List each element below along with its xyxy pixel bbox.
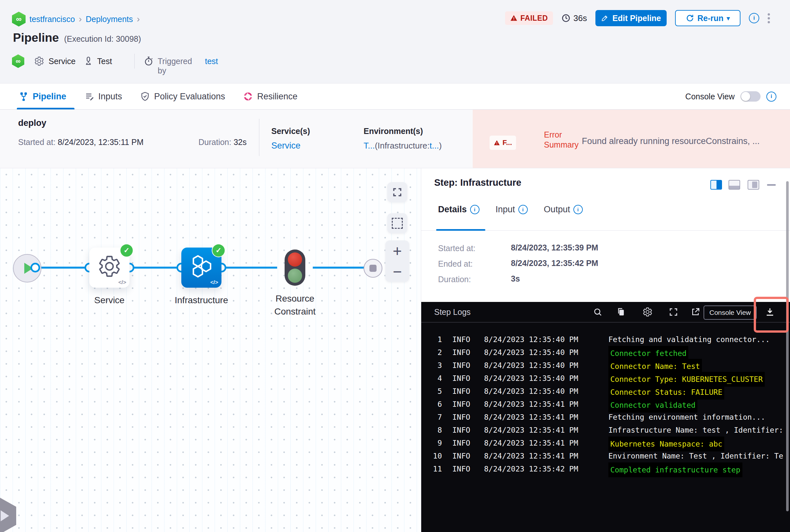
resilience-chaos-icon <box>243 92 253 101</box>
clock-icon <box>562 14 570 23</box>
info-icon[interactable] <box>749 13 759 23</box>
info-icon[interactable] <box>766 92 776 101</box>
caret-down-icon: ▾ <box>727 15 730 22</box>
annotation-highlight-box <box>754 297 789 332</box>
service-link[interactable]: Service <box>271 141 300 151</box>
inputs-icon <box>85 92 94 101</box>
edge-line <box>313 267 371 269</box>
detail-duration-label: Duration: <box>438 275 471 284</box>
log-line: 8INFO8/24/2023 12:35:41 PMInfrastructure… <box>421 423 790 437</box>
log-console-view-button[interactable]: Console View <box>703 305 757 320</box>
canvas-fullscreen-button[interactable] <box>387 182 407 202</box>
layout-vertical-split-button[interactable] <box>710 180 722 190</box>
log-lines: 1INFO8/24/2023 12:35:40 PMFetching and v… <box>421 333 790 475</box>
log-line: 6INFO8/24/2023 12:35:41 PMConnector vali… <box>421 398 790 411</box>
toolbar-divider <box>421 322 790 323</box>
node-infrastructure[interactable]: ✓ </> <box>181 248 221 288</box>
log-line: 3INFO8/24/2023 12:35:40 PMConnector Name… <box>421 359 790 372</box>
log-settings-button[interactable] <box>642 306 653 318</box>
pipeline-end-node[interactable] <box>364 259 382 278</box>
tab-resilience[interactable]: Resilience <box>243 83 297 109</box>
pipeline-icon <box>19 92 29 101</box>
node-label-service: Service <box>84 294 135 307</box>
node-label-resource-constraint: Resource Constraint <box>262 292 327 318</box>
layout-bottom-split-button[interactable] <box>729 180 740 190</box>
breadcrumb: ∞ testfrancisco › Deployments › <box>12 12 140 26</box>
execution-meta-row: ∞ Service Test Triggered by test <box>12 54 24 69</box>
breadcrumb-deployments[interactable]: Deployments <box>86 15 133 24</box>
warning-triangle-icon <box>494 140 500 146</box>
info-icon[interactable] <box>518 205 528 214</box>
log-line: 5INFO8/24/2023 12:35:40 PMConnector Stat… <box>421 385 790 398</box>
zoom-in-button[interactable]: + <box>385 241 409 261</box>
refresh-icon <box>686 14 694 22</box>
gear-icon <box>642 307 653 317</box>
step-details-panel: Step: Infrastructure Details Input Outpu… <box>421 168 790 532</box>
detail-started-value: 8/24/2023, 12:35:39 PM <box>511 243 598 252</box>
chevron-right-icon <box>1 510 9 521</box>
node-service[interactable]: ✓ </> <box>89 248 129 288</box>
step-tab-details[interactable]: Details <box>438 205 479 214</box>
triggered-by-user-link[interactable]: test <box>205 57 218 66</box>
log-line: 11INFO8/24/2023 12:35:42 PMCompleted inf… <box>421 462 790 475</box>
execution-id: (Execution Id: 30098) <box>64 34 141 44</box>
service-gear-icon <box>97 254 122 279</box>
tab-pipeline[interactable]: Pipeline <box>19 83 67 109</box>
edge-line <box>221 267 277 269</box>
service-name: Service <box>49 57 75 66</box>
log-line: 2INFO8/24/2023 12:35:40 PMConnector fetc… <box>421 346 790 359</box>
external-link-icon <box>691 307 700 317</box>
node-resource-constraint[interactable] <box>284 249 305 286</box>
expand-panel-handle[interactable] <box>0 498 16 532</box>
log-copy-button[interactable] <box>616 306 626 318</box>
code-tag-icon: </> <box>210 279 218 286</box>
log-open-external-button[interactable] <box>690 306 701 318</box>
step-logs-title: Step Logs <box>434 302 471 322</box>
minimize-panel-button[interactable] <box>767 184 776 186</box>
page-title: Pipeline <box>13 31 59 45</box>
active-tab-underline <box>17 108 74 109</box>
layout-floating-panel-button[interactable] <box>748 180 759 190</box>
more-options-menu[interactable] <box>768 12 770 25</box>
traffic-light-green <box>288 269 302 283</box>
step-tab-output[interactable]: Output <box>544 205 583 214</box>
triggered-by-label: Triggered by <box>158 57 192 75</box>
tab-inputs[interactable]: Inputs <box>85 83 122 109</box>
chevron-right-icon: › <box>79 14 81 24</box>
harness-cd-icon: ∞ <box>12 54 24 68</box>
pipeline-canvas[interactable]: ✓ </> ✓ </> Service Infrastructure Resou… <box>0 168 421 532</box>
step-panel-title: Step: Infrastructure <box>434 177 521 188</box>
fullscreen-icon <box>392 187 402 197</box>
environments-column-header: Environment(s) <box>364 127 423 136</box>
log-line: 7INFO8/24/2023 12:35:41 PMFetching envir… <box>421 411 790 423</box>
tab-policy-evaluations[interactable]: Policy Evaluations <box>140 83 225 109</box>
active-tab-underline <box>436 229 485 231</box>
stage-summary-bar: deploy Started at: 8/24/2023, 12:35:11 P… <box>0 110 790 168</box>
console-view-toggle[interactable] <box>740 91 760 101</box>
detail-duration-value: 3s <box>511 274 520 284</box>
log-line: 1INFO8/24/2023 12:35:40 PMFetching and v… <box>421 333 790 346</box>
log-search-button[interactable] <box>592 306 603 318</box>
zoom-out-button[interactable]: − <box>385 261 409 282</box>
step-tab-input[interactable]: Input <box>496 205 528 214</box>
rerun-button[interactable]: Re-run ▾ <box>675 10 740 26</box>
log-line: 9INFO8/24/2023 12:35:41 PMKubernetes Nam… <box>421 437 790 450</box>
stop-icon <box>369 265 376 272</box>
chevron-right-icon: › <box>137 14 140 24</box>
environment-value[interactable]: T...(Infrastructure:t...) <box>364 141 442 151</box>
panel-scrollbar[interactable] <box>786 181 789 511</box>
stage-started-label: Started at: <box>18 137 55 147</box>
fullscreen-icon <box>668 307 678 317</box>
total-duration: 36s <box>562 13 587 23</box>
info-icon[interactable] <box>470 205 479 214</box>
edit-pipeline-button[interactable]: Edit Pipeline <box>595 10 667 26</box>
edge-connector-dot <box>31 263 40 272</box>
divider <box>134 54 135 69</box>
stage-duration-value: 32s <box>234 137 246 147</box>
canvas-select-button[interactable] <box>387 213 407 233</box>
environment-icon <box>83 56 94 66</box>
marquee-select-icon <box>392 218 403 229</box>
breadcrumb-project[interactable]: testfrancisco <box>30 15 75 24</box>
log-fullscreen-button[interactable] <box>668 306 679 318</box>
info-icon[interactable] <box>573 205 583 214</box>
